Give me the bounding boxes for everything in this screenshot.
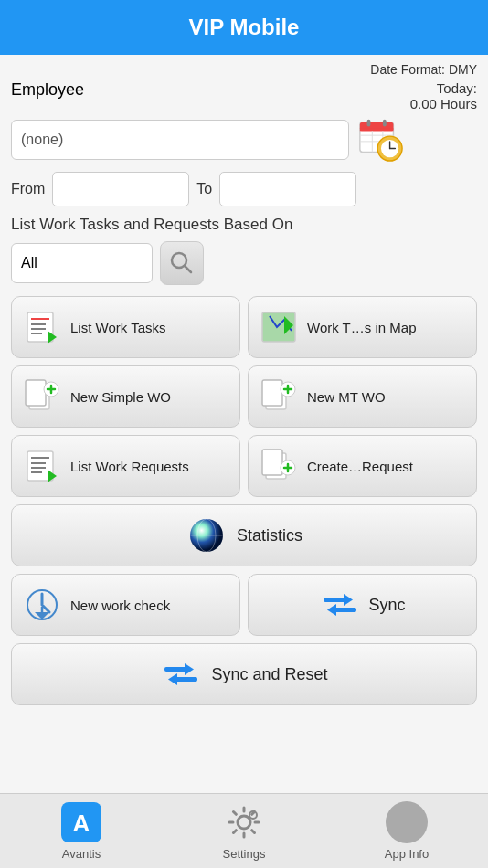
filter-row: [11, 241, 477, 285]
to-label: To: [196, 181, 212, 197]
filter-section-label: List Work Tasks and Requests Based On: [11, 216, 477, 234]
date-format-row: Date Format: DMY: [11, 62, 477, 77]
svg-rect-24: [26, 380, 46, 406]
employee-input-row: [11, 115, 477, 164]
app-info-icon: [386, 801, 428, 843]
new-simple-wo-icon: [21, 376, 63, 418]
new-simple-wo-label: New Simple WO: [70, 389, 171, 405]
action-grid: List Work Tasks Work T…s in Map: [11, 296, 477, 497]
sync-reset-icon: [160, 653, 202, 695]
settings-icon: [223, 801, 265, 843]
create-request-label: Create…Request: [307, 459, 413, 474]
svg-line-64: [234, 812, 237, 815]
calendar-icon[interactable]: [356, 115, 406, 164]
employee-input[interactable]: [11, 120, 349, 160]
avantis-icon: A: [60, 801, 102, 843]
search-button[interactable]: [160, 241, 204, 285]
svg-rect-7: [367, 120, 371, 127]
new-work-check-label: New work check: [70, 598, 170, 613]
filter-input[interactable]: [11, 243, 153, 283]
svg-rect-51: [334, 608, 356, 612]
new-mt-wo-label: New MT WO: [307, 389, 386, 405]
new-mt-wo-button[interactable]: New MT WO: [248, 365, 477, 428]
create-request-button[interactable]: Create…Request: [248, 435, 477, 497]
statistics-label: Statistics: [237, 526, 302, 545]
bottom-action-row: New work check Sync: [11, 574, 477, 636]
avantis-tab-label: Avantis: [62, 847, 101, 861]
app-header: VIP Mobile: [0, 0, 488, 55]
work-tasks-map-label: Work T…s in Map: [307, 320, 416, 335]
tab-settings[interactable]: Settings: [198, 801, 290, 861]
employee-today-row: Employee Today: 0.00 Hours: [11, 80, 477, 111]
sync-label: Sync: [368, 596, 405, 615]
svg-rect-2: [360, 128, 394, 131]
employee-label: Employee: [11, 80, 84, 100]
list-work-tasks-button[interactable]: List Work Tasks: [11, 296, 240, 358]
from-to-row: From To: [11, 172, 477, 206]
svg-rect-40: [262, 450, 282, 475]
svg-rect-55: [175, 677, 197, 682]
create-request-icon: [258, 445, 300, 487]
svg-rect-49: [324, 598, 345, 602]
list-work-tasks-icon: [21, 306, 63, 348]
new-mt-wo-icon: [258, 376, 300, 418]
svg-rect-8: [383, 120, 387, 127]
today-hours: 0.00 Hours: [410, 96, 477, 111]
list-work-requests-label: List Work Requests: [70, 459, 189, 474]
tab-app-info[interactable]: App Info: [361, 801, 452, 861]
work-tasks-map-icon: [258, 306, 300, 348]
svg-rect-29: [262, 380, 282, 406]
svg-marker-54: [185, 663, 194, 675]
list-work-requests-button[interactable]: List Work Requests: [11, 435, 240, 497]
from-label: From: [11, 181, 45, 197]
svg-marker-52: [327, 604, 336, 616]
tab-bar: A Avantis: [0, 793, 488, 868]
statistics-icon: [186, 514, 228, 556]
tab-avantis[interactable]: A Avantis: [36, 801, 127, 861]
work-tasks-map-button[interactable]: Work T…s in Map: [248, 296, 477, 358]
svg-line-14: [185, 266, 191, 272]
svg-line-67: [234, 831, 237, 833]
svg-rect-53: [164, 667, 186, 672]
today-section: Today: 0.00 Hours: [410, 80, 477, 111]
settings-tab-label: Settings: [223, 847, 266, 861]
new-work-check-button[interactable]: New work check: [11, 574, 240, 636]
today-label: Today:: [437, 80, 477, 96]
new-simple-wo-button[interactable]: New Simple WO: [11, 365, 240, 428]
svg-marker-50: [344, 594, 353, 606]
sync-reset-button[interactable]: Sync and Reset: [11, 643, 477, 705]
from-input[interactable]: [52, 172, 189, 206]
svg-marker-56: [168, 673, 177, 685]
svg-line-65: [252, 831, 255, 833]
sync-button[interactable]: Sync: [248, 574, 477, 636]
sync-icon: [319, 584, 361, 626]
statistics-button[interactable]: Statistics: [11, 504, 477, 566]
app-title: VIP Mobile: [189, 15, 300, 40]
list-work-tasks-label: List Work Tasks: [70, 320, 165, 335]
to-input[interactable]: [219, 172, 356, 206]
svg-point-59: [238, 816, 250, 829]
svg-text:A: A: [73, 810, 90, 837]
new-work-check-icon: [21, 584, 63, 626]
date-format-label: Date Format: DMY: [370, 62, 477, 77]
sync-reset-label: Sync and Reset: [211, 665, 327, 684]
list-work-requests-icon: [21, 445, 63, 487]
app-info-tab-label: App Info: [385, 847, 429, 861]
main-content: Date Format: DMY Employee Today: 0.00 Ho…: [0, 55, 488, 848]
